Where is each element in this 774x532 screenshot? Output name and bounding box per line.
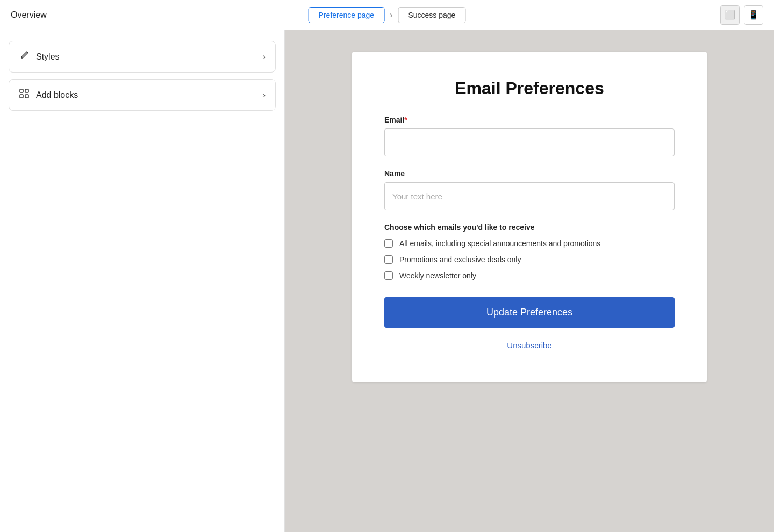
content-area: Email Preferences Email* Name Choose whi… bbox=[285, 30, 774, 532]
desktop-view-button[interactable]: ⬜ bbox=[720, 5, 740, 25]
name-form-group: Name bbox=[384, 169, 675, 210]
app-header: Overview Preference page › Success page … bbox=[0, 0, 774, 30]
mobile-view-button[interactable]: 📱 bbox=[744, 5, 763, 25]
sidebar-item-add-blocks[interactable]: Add blocks › bbox=[9, 79, 276, 111]
add-blocks-chevron-icon: › bbox=[263, 90, 266, 100]
desktop-icon: ⬜ bbox=[725, 10, 735, 20]
svg-rect-0 bbox=[20, 89, 23, 92]
list-item: All emails, including special announceme… bbox=[384, 239, 675, 248]
sidebar: Styles › Add blocks › bbox=[0, 30, 285, 532]
list-item: Promotions and exclusive deals only bbox=[384, 255, 675, 264]
checkbox-section: Choose which emails you'd like to receiv… bbox=[384, 223, 675, 280]
checkbox-group: All emails, including special announceme… bbox=[384, 239, 675, 280]
styles-icon bbox=[19, 50, 30, 63]
checkbox-promotions-label[interactable]: Promotions and exclusive deals only bbox=[399, 255, 521, 264]
email-label: Email* bbox=[384, 116, 675, 124]
chevron-icon: › bbox=[390, 10, 392, 20]
list-item: Weekly newsletter only bbox=[384, 271, 675, 280]
styles-chevron-icon: › bbox=[263, 52, 266, 62]
page-tabs: Preference page › Success page bbox=[309, 7, 466, 23]
checkbox-newsletter-label[interactable]: Weekly newsletter only bbox=[399, 271, 476, 280]
sidebar-item-styles[interactable]: Styles › bbox=[9, 41, 276, 73]
svg-rect-2 bbox=[20, 95, 23, 98]
form-title: Email Preferences bbox=[384, 78, 675, 98]
svg-rect-3 bbox=[25, 95, 28, 98]
checkbox-all-emails-label[interactable]: All emails, including special announceme… bbox=[399, 239, 600, 248]
overview-label: Overview bbox=[11, 10, 47, 20]
required-star: * bbox=[404, 116, 407, 124]
form-card: Email Preferences Email* Name Choose whi… bbox=[352, 52, 707, 382]
checkbox-section-label: Choose which emails you'd like to receiv… bbox=[384, 223, 675, 232]
svg-rect-1 bbox=[25, 89, 28, 92]
preference-page-tab[interactable]: Preference page bbox=[309, 7, 385, 23]
styles-label: Styles bbox=[36, 52, 60, 62]
name-label: Name bbox=[384, 169, 675, 178]
email-form-group: Email* bbox=[384, 116, 675, 156]
update-preferences-button[interactable]: Update Preferences bbox=[384, 297, 675, 328]
mobile-icon: 📱 bbox=[748, 10, 759, 20]
checkbox-promotions[interactable] bbox=[384, 255, 393, 264]
add-blocks-label: Add blocks bbox=[36, 90, 78, 100]
name-input[interactable] bbox=[384, 182, 675, 210]
unsubscribe-link[interactable]: Unsubscribe bbox=[384, 341, 675, 350]
device-toggle-group: ⬜ 📱 bbox=[720, 5, 763, 25]
success-page-tab[interactable]: Success page bbox=[398, 7, 465, 23]
checkbox-all-emails[interactable] bbox=[384, 239, 393, 248]
main-layout: Styles › Add blocks › Email bbox=[0, 30, 774, 532]
add-blocks-icon bbox=[19, 88, 30, 102]
checkbox-newsletter[interactable] bbox=[384, 271, 393, 280]
email-input[interactable] bbox=[384, 128, 675, 156]
